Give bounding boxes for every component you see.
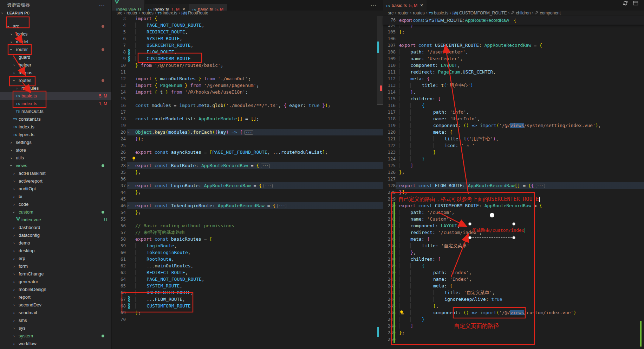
tree-item-erp[interactable]: ›erp [0,255,111,262]
tree-item-logics[interactable]: ›logics [0,30,111,38]
chevron-right-icon: › [13,270,15,278]
tree-item-system[interactable]: ›system [0,332,111,340]
chevron-right-icon: › [11,154,12,162]
workspace-name: LEARUN PC [7,11,30,15]
tree-item-basic-ts[interactable]: TSbasic.ts5, M [0,92,111,100]
tree-item-menus[interactable]: ›menus [0,69,111,77]
right-code-editor[interactable]: 104 }105};106107export const USERCENTER_… [383,16,644,349]
code-line-37: 37›export const LoginRoute: AppRouteReco… [112,182,383,189]
tree-item-sendmail[interactable]: ›sendmail [0,309,111,317]
fold-chevron-icon[interactable]: › [127,129,129,135]
tree-item-sys[interactable]: ›sys [0,324,111,332]
tree-item-bi[interactable]: ›bi [0,193,111,201]
code-line-3: 3import { [112,16,383,22]
tree-item-actHiTaskinst[interactable]: ›actHiTaskinst [0,170,111,177]
chevron-right-icon: › [13,286,15,293]
breadcrumb-item[interactable]: TSindex.ts [158,11,177,15]
tab-basic-ts[interactable]: TSbasic.ts5, M× [383,0,427,11]
git-badge: 1, M [99,100,107,108]
modified-dot [102,335,104,337]
tree-item-formChange[interactable]: ›formChange [0,270,111,278]
code-line-117: 117 path: 'info', [383,109,644,115]
tree-item-label: sys [19,324,26,332]
tree-item-model[interactable]: ›model [0,38,111,46]
scrollbar-slider[interactable] [377,16,383,104]
typescript-file-icon: TS [16,92,20,100]
fold-chevron-icon[interactable]: › [127,182,129,189]
close-icon[interactable]: × [420,2,423,8]
tab-index-vue[interactable]: index.vueU [112,0,145,11]
tree-item-label: code [19,201,28,208]
breadcrumb-item[interactable]: routes [142,11,153,15]
code-line-16: 16const modules = import.meta.glob('./mo… [112,102,383,109]
middle-code-editor[interactable]: 3import {4 PAGE_NOT_FOUND_ROUTE,5 REDIRE… [112,16,383,349]
modified-dot [102,48,104,51]
tree-item-report[interactable]: ›report [0,293,111,301]
tree-item-label: index.ts [21,100,37,108]
tree-item-types-ts[interactable]: TStypes.ts [0,131,111,139]
tree-item-workflow[interactable]: ›workflow [0,340,111,348]
tree-item-custom[interactable]: ›custom [0,208,111,216]
code-line-243: 243 title: '自定义菜单', [383,289,644,296]
breadcrumb-item[interactable]: src [117,11,122,15]
breadcrumb-item[interactable]: [@]CUSTOMFORM_ROUTE [453,11,507,15]
tree-item-views[interactable]: ›views [0,162,111,170]
tree-item-helper[interactable]: ›helper [0,61,111,69]
code-line-124: 124 } [383,156,644,162]
chevron-right-icon: › [11,146,12,154]
breadcrumb-item[interactable]: src [388,11,393,15]
tree-item-mainOut-ts[interactable]: TSmainOut.ts [0,108,111,115]
tree-item-desktop[interactable]: ›desktop [0,247,111,255]
right-overview-ruler[interactable] [638,16,644,349]
code-line-64: 64 PAGE_NOT_FOUND_ROUTE, [112,276,383,283]
tree-item-generator[interactable]: ›generator [0,278,111,286]
breadcrumb-separator: › [395,11,396,15]
tree-item-index-ts[interactable]: TSindex.ts [0,123,111,131]
breadcrumb-item[interactable]: routes [413,11,424,15]
compare-changes-icon[interactable] [623,0,628,11]
middle-editor-actions-icon[interactable]: ··· [371,0,377,11]
breadcrumb-item[interactable]: router [398,11,409,15]
tree-item-label: router [16,46,28,53]
tree-item-dashboard[interactable]: ›dashboard [0,224,111,231]
tree-item-constant-ts[interactable]: TSconstant.ts [0,115,111,123]
tree-item-routes[interactable]: ›routes [0,77,111,84]
tree-item-settings[interactable]: ›settings [0,139,111,146]
explorer-more-icon[interactable]: ··· [99,0,105,10]
split-editor-icon[interactable] [633,0,638,11]
tree-item-form[interactable]: ›form [0,262,111,270]
tree-item-modules[interactable]: ›modules [0,84,111,92]
tree-item-src[interactable]: ›src [0,23,111,30]
middle-overview-ruler[interactable] [377,16,383,349]
tree-item-activereport[interactable]: ›activereport [0,177,111,185]
tree-item-code[interactable]: ›code [0,201,111,208]
sticky-scroll-line[interactable]: 76export const SYSTEM_ROUTE: AppRouteRec… [383,16,644,25]
tree-item-index-ts[interactable]: TSindex.ts1, M [0,100,111,108]
code-line-228: 228}]; [383,189,644,196]
tree-item-auditOpt[interactable]: ›auditOpt [0,185,111,193]
tree-item-guard[interactable]: ›guard [0,53,111,61]
tree-item-demo[interactable]: ›demo [0,239,111,247]
tree-item-dataconfig[interactable]: ›dataconfig [0,231,111,239]
tree-item-store[interactable]: ›store [0,146,111,154]
lightbulb-icon[interactable] [131,156,136,161]
breadcrumb-item[interactable]: component [535,11,560,15]
fold-chevron-icon[interactable]: › [396,182,398,189]
fold-chevron-icon[interactable]: › [127,162,129,169]
code-line-44: 44}; [112,189,383,196]
workspace-header[interactable]: › LEARUN PC [0,10,111,16]
tree-item-index-vue[interactable]: index.vueU [0,216,111,224]
breadcrumb-item[interactable]: children [511,11,531,15]
breadcrumb-item[interactable]: [@]RootRoute [182,11,208,15]
tree-item-mobileDesign[interactable]: ›mobileDesign [0,286,111,293]
breadcrumb-item[interactable]: router [126,11,137,15]
tree-item-utils[interactable]: ›utils [0,154,111,162]
breadcrumb-item[interactable]: TSbasic.ts [429,11,448,15]
fold-chevron-icon[interactable]: › [127,202,129,209]
tree-item-router[interactable]: ›router [0,46,111,53]
code-line-116: 116 { [383,102,644,109]
code-line-111: 111 redirect: PageEnum.USER_CENTER, [383,69,644,75]
tree-item-sms[interactable]: ›sms [0,317,111,324]
code-line-11: 11 [112,69,383,75]
tree-item-secondDev[interactable]: ›secondDev [0,301,111,309]
